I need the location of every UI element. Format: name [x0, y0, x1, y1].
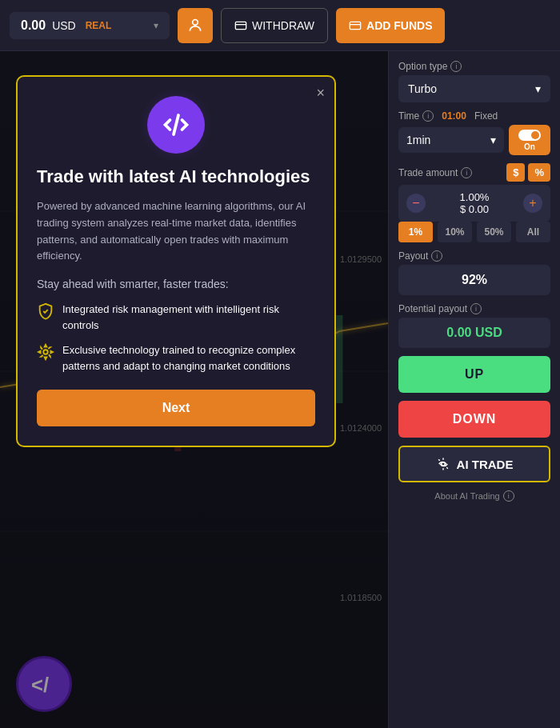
increase-amount-button[interactable]: +	[523, 194, 542, 213]
modal: × Trade with latest AI technologies Powe…	[16, 75, 336, 447]
account-type: REAL	[86, 20, 112, 31]
shield-check-icon	[37, 302, 54, 320]
ai-trade-button[interactable]: AI TRADE	[398, 446, 550, 482]
modal-overlay: × Trade with latest AI technologies Powe…	[0, 51, 388, 728]
svg-rect-3	[350, 22, 360, 29]
gear-star-icon	[37, 343, 54, 361]
about-ai-info-icon[interactable]: i	[503, 490, 514, 502]
modal-description: Powered by advanced machine learning alg…	[37, 198, 315, 265]
ai-arrows-icon	[162, 110, 190, 139]
add-funds-icon	[349, 19, 362, 32]
person-icon	[187, 18, 203, 34]
down-button[interactable]: DOWN	[398, 401, 550, 438]
feature-text-2: Exclusive technology trained to recogniz…	[62, 342, 315, 374]
main-layout: 1.0129500 1.0124000 1.0118500 × Trade wi…	[0, 51, 560, 728]
balance-amount: 0.00	[21, 18, 46, 33]
balance-dropdown[interactable]: 0.00 USD REAL ▾	[10, 12, 170, 39]
trade-amount-section: Trade amount i $ % − 1.00% $ 0.00 + 1% 1…	[398, 163, 550, 242]
withdraw-button[interactable]: WITHDRAW	[221, 8, 328, 43]
about-ai-trading[interactable]: About AI Trading i	[398, 490, 550, 502]
option-type-selector[interactable]: Turbo ▾	[398, 75, 550, 102]
potential-info-icon[interactable]: i	[470, 303, 482, 314]
toggle-knob	[531, 131, 539, 139]
profile-button[interactable]	[178, 8, 213, 43]
time-label-row: Time i 01:00 Fixed	[398, 110, 550, 122]
payout-info-icon[interactable]: i	[431, 250, 442, 262]
chevron-right-icon: ▾	[535, 82, 541, 95]
trade-amount-info-icon[interactable]: i	[461, 167, 472, 178]
potential-payout-value: 0.00 USD	[398, 318, 550, 348]
currency-label: USD	[52, 19, 76, 32]
feature-item-2: Exclusive technology trained to recogniz…	[37, 342, 315, 374]
pct-10-button[interactable]: 10%	[438, 222, 472, 242]
chevron-time-icon: ▾	[490, 134, 496, 146]
svg-point-0	[193, 19, 198, 25]
payout-label: Payout i	[398, 250, 550, 262]
feature-list: Integrated risk management with intellig…	[37, 302, 315, 374]
up-button[interactable]: UP	[398, 356, 550, 393]
amount-text: 1.00% $ 0.00	[460, 191, 490, 215]
pct-50-button[interactable]: 50%	[477, 222, 511, 242]
payout-value: 92%	[398, 265, 550, 295]
time-info-icon[interactable]: i	[422, 110, 434, 122]
modal-next-button[interactable]: Next	[37, 390, 315, 426]
option-type-info-icon[interactable]: i	[450, 61, 462, 72]
time-interval-selector[interactable]: 1min ▾	[398, 127, 504, 153]
time-row: 1min ▾ On	[398, 125, 550, 155]
feature-item-1: Integrated risk management with intellig…	[37, 302, 315, 333]
feature-text-1: Integrated risk management with intellig…	[62, 302, 315, 333]
withdraw-icon	[234, 19, 247, 32]
toggle-on-label: On	[524, 142, 535, 151]
potential-payout-label: Potential payout i	[398, 303, 550, 314]
svg-rect-1	[235, 22, 246, 29]
toggle-switch	[518, 130, 541, 141]
right-panel: Option type i Turbo ▾ Time i 01:00 Fixed…	[388, 51, 560, 728]
percentage-buttons: 1% 10% 50% All	[398, 222, 550, 242]
fixed-toggle[interactable]: On	[509, 125, 550, 155]
usd-currency-button[interactable]: $	[506, 163, 525, 182]
decrease-amount-button[interactable]: −	[406, 194, 426, 213]
pct-1-button[interactable]: 1%	[398, 222, 433, 242]
time-section: Time i 01:00 Fixed 1min ▾ On	[398, 110, 550, 155]
modal-subtitle: Stay ahead with smarter, faster trades:	[37, 278, 315, 290]
payout-section: Payout i 92%	[398, 250, 550, 295]
header: 0.00 USD REAL ▾ WITHDRAW ADD FUNDS	[0, 0, 560, 51]
modal-close-button[interactable]: ×	[316, 85, 325, 102]
svg-point-18	[43, 350, 48, 354]
pct-currency-button[interactable]: %	[528, 163, 550, 182]
chevron-down-icon: ▾	[154, 20, 158, 31]
trade-amount-label: Trade amount i $ %	[398, 163, 550, 182]
modal-title: Trade with latest AI technologies	[37, 166, 315, 187]
amount-display: − 1.00% $ 0.00 +	[398, 185, 550, 222]
chart-area: 1.0129500 1.0124000 1.0118500 × Trade wi…	[0, 51, 388, 728]
ai-trade-icon	[436, 457, 450, 471]
option-type-label: Option type i	[398, 61, 550, 72]
pct-all-button[interactable]: All	[516, 222, 550, 242]
modal-icon-circle	[147, 96, 205, 154]
potential-payout-section: Potential payout i 0.00 USD	[398, 303, 550, 348]
add-funds-button[interactable]: ADD FUNDS	[336, 8, 445, 43]
option-type-section: Option type i Turbo ▾	[398, 61, 550, 102]
